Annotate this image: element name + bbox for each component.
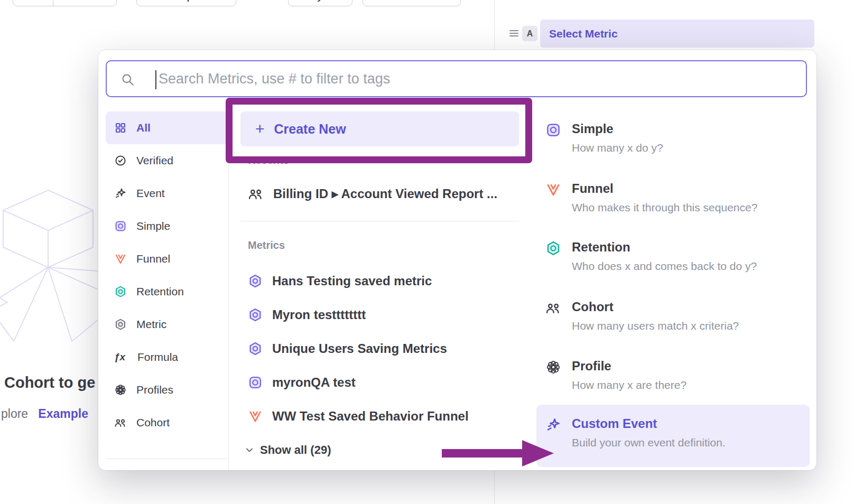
saved-metric-hexagon-icon <box>248 307 263 322</box>
cohort-people-icon <box>114 416 127 429</box>
day-label: Day <box>305 0 322 3</box>
sidebar-item-label: Formula <box>137 351 178 363</box>
funnel-icon <box>114 253 127 265</box>
sidebar-item-simple[interactable]: Simple <box>106 210 229 242</box>
subtext-fragment: plore <box>1 407 28 421</box>
type-item-profile[interactable]: Profile How many x are there? <box>536 358 810 391</box>
day-granularity-button[interactable]: Day <box>288 0 352 6</box>
type-description: How many users match x criteria? <box>572 320 739 332</box>
saved-metric-hexagon-icon <box>248 274 263 288</box>
type-description: Build your own event definition. <box>572 436 726 449</box>
sidebar-item-label: Retention <box>136 285 184 298</box>
type-item-funnel[interactable]: Funnel Who makes it through this sequenc… <box>536 181 810 214</box>
metric-search-box[interactable] <box>106 60 807 97</box>
retention-icon <box>114 285 127 298</box>
sidebar-item-label: Event <box>136 187 165 200</box>
cohort-people-icon <box>248 186 264 202</box>
sidebar-item-retention[interactable]: Retention <box>106 275 229 308</box>
chevron-down-icon <box>244 445 255 455</box>
profiles-flower-icon <box>114 384 127 396</box>
sidebar-item-label: Cohort <box>136 416 170 429</box>
annotation-arrow <box>442 438 554 469</box>
chevron-down-icon <box>92 0 100 2</box>
sidebar-item-verified[interactable]: Verified <box>106 144 229 177</box>
sidebar-item-label: Verified <box>136 154 173 167</box>
type-description: Who does x and comes back to do y? <box>572 260 757 273</box>
recents-metrics-divider <box>240 221 519 221</box>
clause-label: A <box>527 29 533 39</box>
recent-item-label: Billing ID ▸ Account Viewed Report ... <box>273 186 497 201</box>
select-metric-field[interactable]: Select Metric <box>540 20 814 48</box>
range-12m-button[interactable]: 12M <box>13 0 53 6</box>
recent-item-billing-id[interactable]: Billing ID ▸ Account Viewed Report ... <box>248 182 497 206</box>
funnel-icon <box>545 182 561 214</box>
compare-label: Compare <box>167 0 206 3</box>
empty-state-headline: Cohort to ge <box>4 374 95 391</box>
sidebar-item-partial[interactable] <box>106 463 229 470</box>
metrics-header: Metrics <box>248 239 285 251</box>
select-metric-label: Select Metric <box>549 27 618 40</box>
line-chart-icon <box>395 0 406 3</box>
type-title: Funnel <box>572 181 757 197</box>
verified-badge-icon <box>114 154 127 167</box>
metric-item-label: myronQA test <box>272 375 356 390</box>
range-ytd-label: YTD <box>70 0 88 3</box>
metric-item-ww-funnel[interactable]: WW Test Saved Behavior Funnel <box>248 405 469 428</box>
line-label: Line <box>410 0 429 3</box>
simple-metric-icon <box>114 220 127 232</box>
line-chart-type-button[interactable]: Line <box>363 0 461 6</box>
cohort-people-icon <box>545 300 561 332</box>
sidebar-item-event[interactable]: Event <box>106 177 229 210</box>
metric-clause-badge: A <box>522 26 537 41</box>
show-all-label: Show all (29) <box>260 443 331 457</box>
sidebar-item-funnel[interactable]: Funnel <box>106 242 229 275</box>
metric-item-label: WW Test Saved Behavior Funnel <box>272 409 469 424</box>
sidebar-item-cohort[interactable]: Cohort <box>106 406 229 439</box>
simple-metric-icon <box>545 122 561 154</box>
range-12m-label: 12M <box>24 0 42 3</box>
metric-item-myron-test[interactable]: Myron testttttttt <box>248 303 366 326</box>
chevron-down-icon <box>327 0 335 2</box>
saved-metric-hexagon-icon <box>248 341 263 356</box>
metric-item-unique-users[interactable]: Unique Users Saving Metrics <box>248 337 447 360</box>
type-title: Profile <box>572 358 686 374</box>
retention-icon <box>545 240 561 273</box>
sidebar-item-metric[interactable]: Metric <box>106 308 229 341</box>
funnel-icon <box>248 409 263 424</box>
simple-metric-icon <box>248 375 263 390</box>
sidebar-item-label: Simple <box>136 220 170 232</box>
sidebar-item-profiles[interactable]: Profiles <box>106 374 229 406</box>
metric-item-hans-testing[interactable]: Hans Testing saved metric <box>248 269 432 293</box>
metric-item-label: Myron testttttttt <box>272 307 366 322</box>
sidebar-item-label: Funnel <box>136 253 170 265</box>
metric-item-label: Hans Testing saved metric <box>272 274 432 288</box>
app-window: 12M YTD Compare Day Line A Select Metric… <box>0 0 854 504</box>
compare-button[interactable]: Compare <box>136 0 236 6</box>
sidebar-item-label: Metric <box>136 318 166 331</box>
type-item-cohort[interactable]: Cohort How many users match x criteria? <box>536 299 810 332</box>
sidebar-item-all[interactable]: All <box>106 111 229 144</box>
type-item-simple[interactable]: Simple How many x do y? <box>536 121 810 154</box>
empty-state-subtext: plore Example <box>1 407 88 421</box>
range-ytd-button[interactable]: YTD <box>53 0 117 6</box>
example-link[interactable]: Example <box>38 407 88 421</box>
show-all-button[interactable]: Show all (29) <box>244 438 331 462</box>
annotation-highlight-rectangle <box>226 98 532 163</box>
headline-text: Cohort to ge <box>4 374 95 391</box>
sidebar-item-formula[interactable]: ƒx Formula <box>106 341 229 374</box>
metric-hexagon-icon <box>114 318 127 331</box>
metric-item-myronqa[interactable]: myronQA test <box>248 371 356 394</box>
type-description: Who makes it through this sequence? <box>572 201 757 214</box>
type-title: Simple <box>572 121 663 137</box>
drag-handle-icon[interactable] <box>509 30 518 37</box>
sidebar-item-label: All <box>136 122 151 134</box>
type-title: Retention <box>572 239 757 255</box>
metric-item-label: Unique Users Saving Metrics <box>272 341 447 356</box>
type-item-retention[interactable]: Retention Who does x and comes back to d… <box>536 239 810 273</box>
type-item-custom-event[interactable]: Custom Event Build your own event defini… <box>536 405 810 467</box>
sidebar-bottom-divider <box>106 459 228 459</box>
sidebar-item-label: Profiles <box>136 384 173 396</box>
search-input[interactable] <box>107 61 806 96</box>
grid-icon <box>114 122 127 134</box>
profile-flower-icon <box>545 359 561 391</box>
